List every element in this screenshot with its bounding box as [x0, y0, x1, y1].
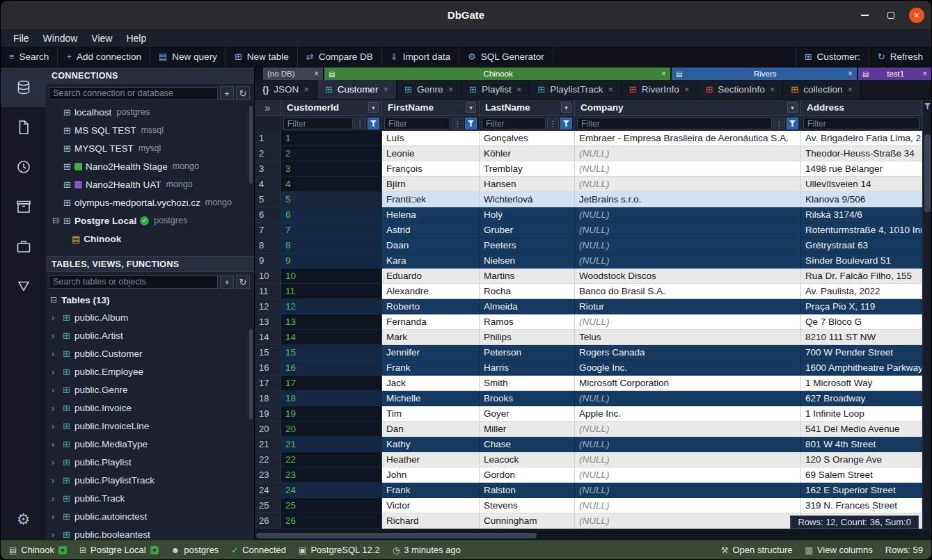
chevron-right-icon[interactable]: › [52, 511, 58, 522]
cell-firstname[interactable]: Roberto [382, 299, 480, 314]
cell-lastname[interactable]: Peeters [480, 238, 575, 253]
cell-lastname[interactable]: Rocha [480, 284, 575, 299]
row-number[interactable]: 17 [255, 376, 281, 391]
column-filter-input[interactable] [577, 118, 772, 129]
connection-item[interactable]: ⊟ ▤ Chinook ✓ [46, 230, 254, 248]
menu-item[interactable]: File [6, 33, 36, 44]
cell-firstname[interactable]: Luís [382, 131, 480, 146]
cell-company[interactable]: (NULL) [575, 207, 801, 223]
cell-firstname[interactable]: Franti□ek [382, 192, 480, 207]
cell-firstname[interactable]: Dan [382, 422, 480, 437]
connection-item[interactable]: ⊟ ⊞ localhost ✓ postgres [46, 103, 254, 121]
cell-customerid[interactable]: 12 [281, 299, 382, 314]
cell-customerid[interactable]: 3 [281, 161, 382, 177]
status-item[interactable]: ▣ PostgreSQL 12.2 [299, 545, 380, 555]
cell-address[interactable]: Rilská 3174/6 [801, 207, 922, 223]
cell-firstname[interactable]: Astrid [382, 223, 480, 238]
cell-company[interactable]: (NULL) [575, 223, 801, 238]
cell-customerid[interactable]: 5 [281, 192, 382, 207]
cell-company[interactable]: Google Inc. [575, 360, 801, 376]
column-header[interactable]: LastName ▾ [480, 99, 575, 116]
vertical-scrollbar-thumb[interactable] [924, 134, 931, 212]
settings-button[interactable]: ⚙ [1, 505, 46, 534]
cell-company[interactable]: (NULL) [575, 391, 801, 406]
row-number[interactable]: 2 [255, 146, 281, 161]
scrollbar-thumb[interactable] [249, 106, 253, 184]
cell-lastname[interactable]: Nielsen [480, 253, 575, 269]
chevron-right-icon[interactable]: › [52, 475, 58, 486]
cell-customerid[interactable]: 26 [281, 513, 382, 529]
column-filter-input[interactable] [283, 118, 353, 129]
cell-company[interactable]: (NULL) [575, 314, 801, 330]
filter-menu-icon[interactable]: ⋮ [547, 118, 559, 129]
refresh-connections-button[interactable]: ↻ [236, 86, 250, 100]
row-number[interactable]: 16 [255, 360, 281, 376]
cell-company[interactable]: (NULL) [575, 513, 801, 529]
close-icon[interactable]: × [848, 84, 853, 95]
table-tree-item[interactable]: › ⊞ public.Playlist [46, 453, 254, 471]
table-tree-item[interactable]: › ⊞ public.booleantest [46, 525, 254, 540]
row-number[interactable]: 8 [255, 238, 281, 253]
cell-address[interactable]: Av. Brigadeiro Faria Lima, 2170 [801, 131, 922, 146]
cell-customerid[interactable]: 21 [281, 437, 382, 452]
cell-customerid[interactable]: 22 [281, 452, 382, 467]
table-tab[interactable]: ⊞ Genre × [397, 80, 461, 99]
cell-address[interactable]: 8210 111 ST NW [801, 330, 922, 345]
table-tree-item[interactable]: › ⊞ public.Artist [46, 326, 254, 344]
select-all-cells-button[interactable]: » [255, 99, 281, 116]
cell-address[interactable]: Qe 7 Bloco G [801, 314, 922, 330]
maximize-button[interactable] [883, 7, 899, 24]
cell-lastname[interactable]: Leacock [480, 452, 575, 467]
table-tab[interactable]: ⊞ collection × [783, 80, 861, 99]
row-number[interactable]: 11 [255, 284, 281, 299]
row-number[interactable]: 15 [255, 345, 281, 360]
chevron-right-icon[interactable]: › [52, 330, 58, 341]
cell-firstname[interactable]: Mark [382, 330, 480, 345]
connection-item[interactable]: ⊟ ⊞ Nano2Health Stage ✓ mongo [46, 157, 254, 175]
cell-firstname[interactable]: Bjírn [382, 177, 480, 192]
status-item[interactable]: ☻ postgres [171, 545, 219, 555]
collapse-icon[interactable]: ⊟ [50, 295, 57, 305]
column-menu-dropdown-icon[interactable]: ▾ [561, 102, 571, 113]
cell-customerid[interactable]: 16 [281, 360, 382, 376]
nav-connections[interactable] [1, 67, 46, 107]
table-tree-item[interactable]: › ⊞ public.Genre [46, 381, 254, 399]
row-number[interactable]: 24 [255, 483, 281, 498]
scrollbar-thumb[interactable] [249, 329, 253, 419]
cell-company[interactable]: JetBrains s.r.o. [575, 192, 801, 207]
column-menu-dropdown-icon[interactable]: ▾ [368, 102, 379, 113]
cell-address[interactable]: Grétrystraat 63 [801, 238, 922, 253]
connection-item[interactable]: ⊟ ⊞ Postgre Local ✓ postgres [46, 211, 254, 230]
cell-firstname[interactable]: Frank [382, 483, 480, 498]
cell-address[interactable]: 319 N. Frances Street [801, 498, 922, 513]
cell-address[interactable]: Ullevílsveien 14 [801, 177, 922, 192]
chevron-right-icon[interactable]: › [52, 529, 58, 540]
status-item[interactable]: ▤ Chinook [9, 545, 67, 555]
cell-lastname[interactable]: Tremblay [480, 161, 575, 177]
table-tree-item[interactable]: › ⊞ public.Track [46, 489, 254, 507]
column-header[interactable]: CustomerId ▾ [281, 99, 382, 116]
filter-menu-icon[interactable]: ⋮ [773, 118, 785, 129]
toolbar-button[interactable]: ⊞ Customer: [796, 47, 869, 67]
cell-lastname[interactable]: Goyer [480, 406, 575, 422]
row-number[interactable]: 26 [255, 513, 281, 529]
cell-company[interactable]: Apple Inc. [575, 406, 801, 422]
row-number[interactable]: 5 [255, 192, 281, 207]
menu-item[interactable]: Help [119, 33, 153, 44]
connection-item[interactable]: ⊟ ⊞ MS SQL TEST ✓ mssql [46, 121, 254, 139]
close-icon[interactable]: × [516, 84, 522, 95]
cell-firstname[interactable]: Fernanda [382, 314, 480, 330]
table-tab[interactable]: ⊞ RiverInfo × [622, 80, 698, 99]
connection-item[interactable]: ⊟ ⊞ olympus-medportal.vychozi.cz ✓ mongo [46, 193, 254, 211]
row-number[interactable]: 3 [255, 161, 281, 177]
cell-address[interactable]: Klanova 9/506 [801, 192, 922, 207]
cell-firstname[interactable]: Michelle [382, 391, 480, 406]
close-button[interactable]: × [909, 8, 924, 23]
table-tree-item[interactable]: › ⊞ public.InvoiceLine [46, 417, 254, 435]
cell-customerid[interactable]: 18 [281, 391, 382, 406]
cell-address[interactable]: 541 Del Medio Avenue [801, 422, 922, 437]
cell-address[interactable]: 1498 rue Bélanger [801, 161, 922, 177]
table-tab[interactable]: ⊞ SectionInfo × [697, 80, 783, 99]
table-tree-item[interactable]: › ⊞ public.Invoice [46, 399, 254, 417]
table-tree-item[interactable]: › ⊞ public.MediaType [46, 435, 254, 453]
